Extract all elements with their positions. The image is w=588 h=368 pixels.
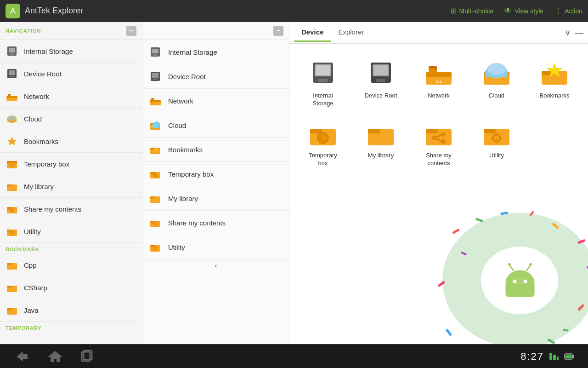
chevron-down-icon[interactable]: ∨: [565, 28, 571, 38]
grid-cloud-icon: [482, 59, 511, 88]
mid-label-share-my-contents: Share my contents: [168, 219, 226, 227]
nav-item-device-root[interactable]: Device Root: [0, 63, 142, 85]
recents-button[interactable]: [78, 348, 96, 365]
mid-item-utility[interactable]: Utility: [142, 235, 289, 259]
svg-rect-37: [7, 263, 11, 265]
java-folder-icon: [6, 304, 18, 316]
nav-item-bookmarks[interactable]: Bookmarks: [0, 130, 142, 153]
grid-item-share-my-contents[interactable]: Share mycontents: [410, 113, 468, 173]
svg-rect-119: [492, 137, 494, 139]
back-button[interactable]: [14, 348, 32, 365]
mid-item-cloud[interactable]: Cloud: [142, 113, 289, 138]
grid-item-device-root[interactable]: Device Root: [352, 53, 410, 113]
svg-rect-113: [484, 129, 496, 133]
svg-rect-73: [150, 245, 155, 247]
wifi-icon: [548, 352, 560, 361]
mid-item-internal-storage[interactable]: Internal Storage: [142, 40, 289, 64]
nav-item-java[interactable]: Java: [0, 299, 142, 322]
svg-rect-140: [445, 329, 452, 336]
mid-utility-icon: [149, 241, 162, 253]
mid-share-icon: [149, 216, 162, 229]
nav-label-utility: Utility: [24, 228, 41, 236]
grid-item-internal-storage[interactable]: InternalStorage: [294, 53, 352, 113]
mid-label-cloud: Cloud: [168, 121, 186, 129]
mid-item-device-root[interactable]: Device Root: [142, 64, 289, 89]
nav-item-share-my-contents[interactable]: Share my contents: [0, 198, 142, 220]
svg-rect-144: [563, 329, 569, 332]
svg-line-127: [509, 265, 513, 270]
nav-item-my-library[interactable]: My library: [0, 175, 142, 198]
mid-item-bookmarks[interactable]: Bookmarks: [142, 138, 289, 162]
mid-item-my-library[interactable]: My library: [142, 186, 289, 211]
nav-item-network[interactable]: Network: [0, 85, 142, 108]
svg-rect-149: [549, 353, 552, 360]
grid-label-my-library: My library: [368, 152, 394, 160]
grid-item-temporary-box[interactable]: Temporarybox: [294, 113, 352, 173]
action-label: Action: [565, 7, 582, 15]
grid-bookmarks-icon: [540, 59, 569, 88]
cloud-icon: [6, 112, 18, 125]
grid-item-cloud[interactable]: Cloud: [468, 53, 526, 113]
mid-item-network[interactable]: Network: [142, 89, 289, 113]
nav-item-cloud[interactable]: Cloud: [0, 108, 142, 130]
svg-rect-138: [547, 339, 555, 345]
svg-rect-82: [376, 79, 385, 82]
home-button[interactable]: [46, 348, 64, 365]
app-logo-icon: A: [6, 4, 20, 18]
battery-icon: [564, 352, 574, 361]
multi-choice-button[interactable]: ⊞ Multi-choice: [451, 6, 494, 15]
grid-temporary-icon: [308, 119, 338, 148]
svg-rect-58: [150, 148, 155, 150]
topbar: A AntTek Explorer ⊞ Multi-choice 👁 View …: [0, 0, 588, 22]
grid-item-utility[interactable]: Utility: [468, 113, 526, 173]
svg-rect-6: [9, 70, 15, 75]
grid-device-icon: [308, 59, 338, 88]
svg-point-68: [156, 222, 158, 224]
action-button[interactable]: ⋮ Action: [554, 6, 582, 15]
svg-point-96: [487, 63, 506, 75]
svg-rect-64: [150, 196, 155, 198]
svg-rect-11: [8, 94, 11, 95]
nav-label-cloud: Cloud: [24, 115, 42, 123]
svg-rect-4: [10, 53, 14, 55]
svg-point-29: [13, 208, 15, 210]
svg-marker-18: [7, 137, 17, 145]
grid-item-bookmarks[interactable]: Bookmarks: [526, 53, 583, 113]
grid-item-network[interactable]: Network: [410, 53, 468, 113]
explorer-collapse-button[interactable]: —: [575, 28, 583, 38]
svg-rect-151: [557, 356, 559, 360]
nav-item-cpp[interactable]: Cpp: [0, 254, 142, 276]
nav-item-csharp[interactable]: CSharp: [0, 276, 142, 299]
svg-rect-117: [496, 132, 498, 135]
multi-choice-label: Multi-choice: [459, 7, 494, 15]
nav-item-utility[interactable]: Utility: [0, 220, 142, 243]
view-style-button[interactable]: 👁 View style: [504, 7, 543, 15]
grid-label-network: Network: [428, 92, 450, 100]
nav-item-temporary-box[interactable]: Temporary box: [0, 153, 142, 175]
svg-rect-56: [153, 125, 159, 128]
multi-choice-icon: ⊞: [451, 6, 457, 15]
grid-library-icon: [366, 119, 396, 148]
svg-marker-145: [17, 351, 28, 362]
tab-explorer[interactable]: Explorer: [331, 23, 371, 42]
svg-rect-78: [318, 79, 328, 82]
nav-item-internal-storage[interactable]: Internal Storage: [0, 40, 142, 63]
donut-decoration: [413, 169, 588, 344]
svg-rect-134: [552, 223, 559, 230]
mid-collapse-button[interactable]: −: [273, 26, 283, 36]
mid-item-share-my-contents[interactable]: Share my contents: [142, 211, 289, 235]
svg-point-116: [496, 137, 498, 139]
recents-icon: [79, 350, 96, 363]
tab-device[interactable]: Device: [294, 23, 331, 42]
device-icon: [6, 45, 18, 58]
back-icon: [15, 350, 31, 363]
nav-label-device-root: Device Root: [24, 70, 62, 78]
explorer-content: InternalStorage Device Root: [289, 44, 588, 344]
mid-item-temporary-box[interactable]: Temporary box: [142, 162, 289, 186]
mid-label-temporary-box: Temporary box: [168, 170, 214, 178]
nav-collapse-button[interactable]: −: [126, 26, 136, 36]
mid-panel: − Internal Storage Device Root: [142, 22, 289, 344]
svg-rect-131: [452, 228, 460, 234]
grid-item-my-library[interactable]: My library: [352, 113, 410, 173]
svg-point-109: [441, 139, 446, 144]
